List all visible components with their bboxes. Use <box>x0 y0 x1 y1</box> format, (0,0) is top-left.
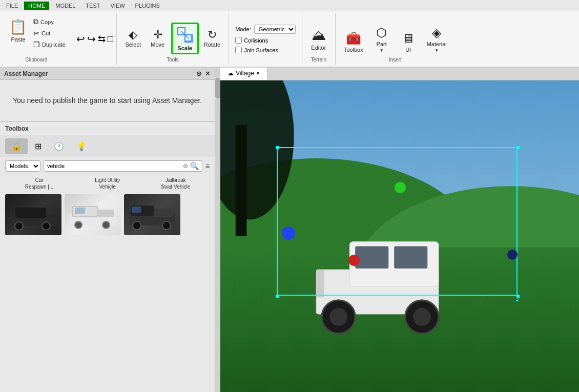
select-button[interactable]: ⬖ Select <box>122 28 144 49</box>
svg-rect-42 <box>316 270 324 297</box>
save-icon[interactable]: □ <box>108 34 113 45</box>
ui-button[interactable]: 🖥 UI <box>397 30 420 54</box>
collisions-checkbox[interactable] <box>235 37 242 44</box>
panel-refresh-icon[interactable]: ⊕ <box>196 70 202 77</box>
viewport-canvas: ⌟ <box>220 80 579 392</box>
result-label-1: Light UtilityVehicle <box>73 176 141 191</box>
village-tab-close[interactable]: × <box>256 70 260 77</box>
panel-close-icon[interactable]: ✕ <box>205 70 211 77</box>
menu-model[interactable]: MODEL <box>51 2 79 10</box>
svg-point-16 <box>133 221 141 230</box>
rotate-button[interactable]: ↻ Rotate <box>201 28 223 49</box>
toolbox-button[interactable]: 🧰 Toolbox <box>341 30 366 54</box>
paste-button[interactable]: Paste <box>5 16 31 45</box>
redo-icon[interactable]: ↪ <box>87 33 96 45</box>
ribbon: Paste Copy Cut Duplicate Clipboard ↩ ↪ ⇆… <box>0 11 579 68</box>
menu-file[interactable]: FILE <box>2 2 22 10</box>
car-white-svg <box>67 199 118 230</box>
results-labels: CarRespawn |... Light UtilityVehicle Jai… <box>0 175 215 192</box>
toolbox-icon: 🧰 <box>346 31 361 46</box>
mode-select[interactable]: Geometric Physical <box>254 25 296 34</box>
asset-message-text: You need to publish the game to start us… <box>13 96 202 105</box>
scale-label: Scale <box>177 45 192 51</box>
terrain-section: ⛰ Editor Terrain <box>302 13 336 65</box>
insert-row: 🧰 Toolbox ⬡ Part ▼ 🖥 UI ◈ Material ▼ <box>341 24 450 54</box>
category-select[interactable]: Models Images Meshes Audio <box>5 160 40 172</box>
select-label: Select <box>125 42 141 48</box>
move-button[interactable]: ✛ Move <box>147 28 169 49</box>
tab-bar: ☁ Village × <box>220 68 579 80</box>
menu-view[interactable]: VIEW <box>106 2 129 10</box>
rotate-label: Rotate <box>204 42 220 48</box>
scale-button[interactable]: Scale <box>171 23 199 54</box>
search-clear-icon[interactable]: ⊗ <box>183 162 188 170</box>
move-label: Move <box>151 42 164 48</box>
undo-icon[interactable]: ↩ <box>76 33 85 45</box>
search-row: Models Images Meshes Audio ⊗ 🔍 ≡ <box>0 157 215 175</box>
ui-label: UI <box>405 47 411 53</box>
toolbox-tab-light[interactable]: 💡 <box>71 138 92 154</box>
filter-icon[interactable]: ≡ <box>205 162 210 170</box>
copy-button[interactable]: Copy <box>31 16 68 27</box>
svg-point-39 <box>329 308 347 326</box>
ui-icon: 🖥 <box>402 31 415 46</box>
editor-button[interactable]: ⛰ Editor <box>307 25 330 52</box>
left-panel-scrollbar[interactable] <box>215 68 220 392</box>
select-icon: ⬖ <box>129 29 137 40</box>
svg-rect-36 <box>355 246 388 269</box>
asset-manager-header: Asset Manager ⊕ ✕ <box>0 68 215 80</box>
part-label: Part <box>377 41 387 47</box>
paste-label: Paste <box>11 36 25 43</box>
move-icon: ✛ <box>153 29 162 40</box>
tools-label: Tools <box>167 57 178 63</box>
left-panel: Asset Manager ⊕ ✕ You need to publish th… <box>0 68 215 392</box>
results-thumbnails <box>0 192 215 237</box>
cut-label: Cut <box>42 30 50 36</box>
svg-point-5 <box>15 222 23 230</box>
menu-test[interactable]: TEST <box>81 2 104 10</box>
duplicate-label: Duplicate <box>42 42 66 48</box>
result-item-0[interactable] <box>5 194 61 235</box>
asset-manager-title: Asset Manager <box>4 70 48 77</box>
svg-rect-4 <box>15 208 46 218</box>
result-item-2[interactable] <box>124 194 180 235</box>
material-arrow: ▼ <box>435 48 439 53</box>
svg-rect-12 <box>75 208 85 214</box>
search-icon[interactable]: 🔍 <box>190 162 199 170</box>
tools-section: ⬖ Select ✛ Move Scale ↻ Rot <box>117 13 229 65</box>
menu-plugins[interactable]: PLUGINS <box>131 2 164 10</box>
toolbox-tab-grid[interactable]: ⊞ <box>30 138 47 154</box>
toolbox-tab-recent[interactable]: 🕐 <box>49 138 69 154</box>
insert-label: Insert <box>389 57 402 63</box>
search-input-wrap: ⊗ 🔍 <box>44 160 202 172</box>
copy-icon <box>33 17 38 26</box>
join-surfaces-checkbox[interactable] <box>235 47 242 53</box>
toolbox-tab-lock[interactable]: 🔒 <box>5 138 28 154</box>
search-input[interactable] <box>47 163 181 169</box>
toolbox-tabs: 🔒 ⊞ 🕐 💡 <box>0 135 215 157</box>
quick-tools: ↩ ↪ ⇆ □ <box>73 13 117 65</box>
part-button[interactable]: ⬡ Part ▼ <box>370 24 393 54</box>
svg-rect-18 <box>132 207 141 213</box>
svg-point-11 <box>102 221 110 229</box>
toolbox-label: Toolbox <box>344 47 363 53</box>
duplicate-icon <box>33 40 40 49</box>
terrain-label: Terrain <box>311 57 326 63</box>
village-tab-label: Village <box>236 70 254 77</box>
toolbox-section-label: Toolbox <box>0 121 215 135</box>
material-button[interactable]: ◈ Material ▼ <box>424 24 450 54</box>
mode-section: Mode: Geometric Physical Collisions Join… <box>229 13 302 65</box>
menu-bar: FILE HOME MODEL TEST VIEW PLUGINS <box>0 0 579 11</box>
insert-section: 🧰 Toolbox ⬡ Part ▼ 🖥 UI ◈ Material ▼ Ins… <box>336 13 455 65</box>
svg-rect-33 <box>236 125 247 236</box>
village-tab[interactable]: ☁ Village × <box>220 68 267 80</box>
collisions-label: Collisions <box>244 37 268 44</box>
result-item-1[interactable] <box>65 194 121 235</box>
nav-icon[interactable]: ⇆ <box>98 33 106 45</box>
scrollbar-thumb <box>215 78 220 98</box>
car-dark-svg <box>8 199 59 230</box>
duplicate-button[interactable]: Duplicate <box>31 39 68 50</box>
editor-label: Editor <box>311 45 326 51</box>
menu-home[interactable]: HOME <box>24 2 49 10</box>
cut-button[interactable]: Cut <box>31 28 68 38</box>
